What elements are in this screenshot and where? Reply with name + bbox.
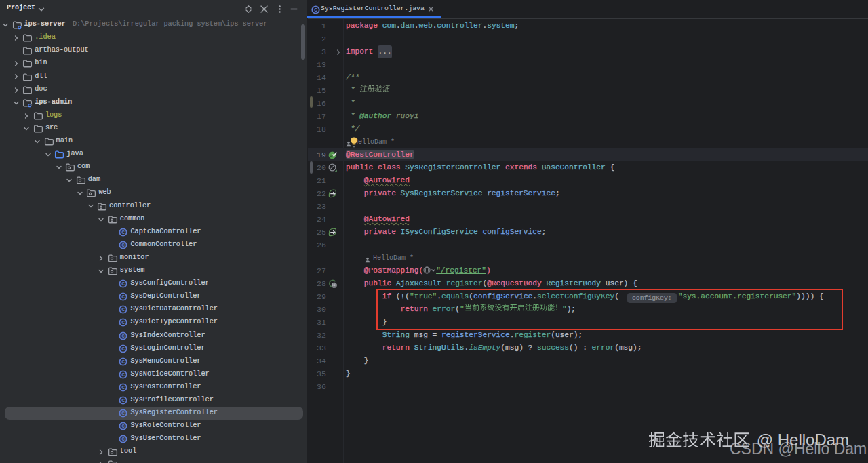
svg-text:C: C [121, 307, 125, 313]
svg-text:C: C [121, 281, 125, 287]
svg-text:C: C [121, 320, 125, 326]
svg-text:C: C [121, 437, 125, 443]
svg-text:C: C [121, 384, 125, 390]
svg-text:C: C [121, 410, 125, 416]
svg-text:C: C [121, 424, 125, 430]
svg-text:C: C [314, 7, 317, 13]
svg-text:C: C [121, 294, 125, 300]
svg-text:C: C [121, 346, 125, 352]
svg-text:C: C [121, 229, 125, 235]
svg-text:C: C [121, 397, 125, 403]
svg-text:C: C [121, 371, 125, 378]
svg-text:C: C [121, 359, 125, 365]
svg-text:C: C [121, 333, 125, 339]
svg-text:C: C [121, 242, 125, 248]
